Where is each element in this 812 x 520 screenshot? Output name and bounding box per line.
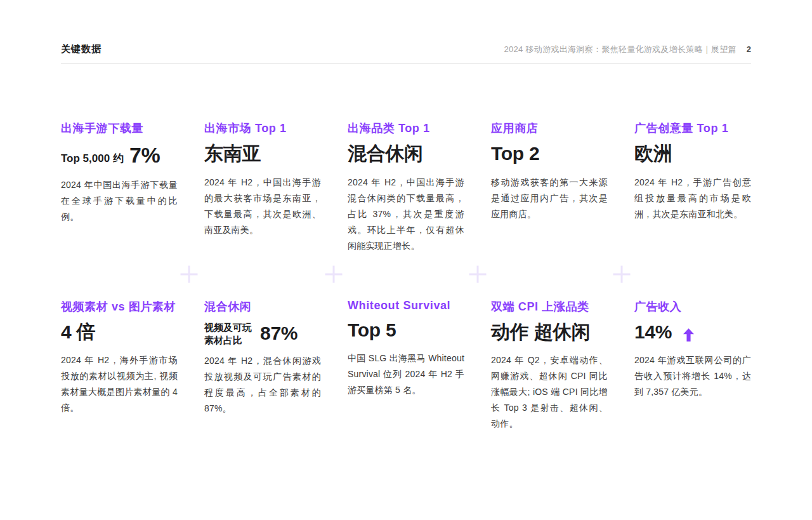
card-description: 2024 年 Q2，安卓端动作、网赚游戏、超休闲 CPI 同比涨幅最大; iOS… — [491, 352, 608, 432]
stat-card-whiteout-survival: Whiteout Survival Top 5 中国 SLG 出海黑马 Whit… — [348, 299, 464, 432]
card-label: 广告创意量 Top 1 — [634, 121, 751, 136]
stat-card-downloads: 出海手游下载量 Top 5,000 约 7% 2024 年中国出海手游下载量在全… — [61, 121, 178, 254]
card-value: 14% — [634, 321, 751, 343]
arrow-up-icon — [683, 328, 694, 342]
doc-title-wrap: 2024 移动游戏出海洞察：聚焦轻量化游戏及增长策略｜展望篇 2 — [504, 44, 752, 55]
card-value-number: 14% — [634, 321, 672, 343]
card-value-prefix-line1: 视频及可玩 — [204, 321, 252, 334]
card-value: 混合休闲 — [348, 143, 464, 165]
stats-row-1: 出海手游下载量 Top 5,000 约 7% 2024 年中国出海手游下载量在全… — [61, 121, 751, 254]
card-value: 视频及可玩 素材占比 87% — [204, 321, 321, 347]
card-label: 出海市场 Top 1 — [204, 121, 321, 136]
stat-card-video-vs-image: 视频素材 vs 图片素材 4 倍 2024 年 H2，海外手游市场投放的素材以视… — [61, 299, 178, 432]
card-label: 应用商店 — [491, 121, 608, 136]
card-label: 出海品类 Top 1 — [348, 121, 464, 136]
card-description: 2024 年 H2，手游广告创意组投放量最高的市场是欧洲，其次是东南亚和北美。 — [634, 175, 751, 222]
card-description: 2024 年 H2，海外手游市场投放的素材以视频为主, 视频素材量大概是图片素材… — [61, 352, 178, 416]
card-label: 双端 CPI 上涨品类 — [491, 299, 608, 314]
doc-title: 2024 移动游戏出海洞察：聚焦轻量化游戏及增长策略｜展望篇 — [504, 44, 737, 55]
card-value: 欧洲 — [634, 143, 751, 165]
card-label: 视频素材 vs 图片素材 — [61, 299, 178, 314]
stat-card-ad-creatives: 广告创意量 Top 1 欧洲 2024 年 H2，手游广告创意组投放量最高的市场… — [634, 121, 751, 254]
card-description: 2024 年游戏互联网公司的广告收入预计将增长 14%，达到 7,357 亿美元… — [634, 352, 751, 400]
card-value: Top 5 — [348, 319, 464, 342]
card-description: 中国 SLG 出海黑马 Whiteout Survival 位列 2024 年 … — [348, 350, 464, 398]
stat-card-cpi-rise: 双端 CPI 上涨品类 动作 超休闲 2024 年 Q2，安卓端动作、网赚游戏、… — [491, 299, 608, 432]
card-label: 出海手游下载量 — [61, 121, 178, 136]
card-description: 2024 年中国出海手游下载量在全球手游下载量中的比例。 — [61, 177, 178, 225]
card-value: Top 2 — [491, 143, 608, 165]
card-label: 混合休闲 — [204, 299, 321, 314]
card-value-number: 87% — [260, 323, 298, 345]
card-value-prefix: 视频及可玩 素材占比 — [204, 321, 252, 347]
card-value-prefix-line2: 素材占比 — [204, 334, 252, 347]
stats-grid: 出海手游下载量 Top 5,000 约 7% 2024 年中国出海手游下载量在全… — [61, 63, 751, 432]
page-number: 2 — [747, 44, 751, 54]
card-value-prefix: Top 5,000 约 — [61, 152, 124, 168]
stat-card-app-store: 应用商店 Top 2 移动游戏获客的第一大来源是通过应用内广告，其次是应用商店。 — [491, 121, 608, 254]
stat-card-hybrid-casual-creatives: 混合休闲 视频及可玩 素材占比 87% 2024 年 H2，混合休闲游戏投放视频… — [204, 299, 321, 432]
card-label: Whiteout Survival — [348, 299, 464, 312]
card-description: 2024 年 H2，中国出海手游的最大获客市场是东南亚，下载量最高，其次是欧洲、… — [204, 175, 321, 238]
section-title: 关键数据 — [61, 43, 102, 55]
card-description: 2024 年 H2，混合休闲游戏投放视频及可玩广告素材的程度最高，占全部素材的 … — [204, 353, 321, 417]
card-description: 2024 年 H2，中国出海手游混合休闲类的下载量最高，占比 37%，其次是重度… — [348, 175, 464, 254]
card-value: Top 5,000 约 7% — [61, 143, 178, 168]
card-value-number: 7% — [129, 143, 160, 168]
card-value: 东南亚 — [204, 143, 321, 165]
stat-card-top-genre: 出海品类 Top 1 混合休闲 2024 年 H2，中国出海手游混合休闲类的下载… — [348, 121, 464, 254]
stat-card-top-market: 出海市场 Top 1 东南亚 2024 年 H2，中国出海手游的最大获客市场是东… — [204, 121, 321, 254]
card-value: 动作 超休闲 — [491, 321, 608, 343]
card-description: 移动游戏获客的第一大来源是通过应用内广告，其次是应用商店。 — [491, 175, 608, 222]
card-value: 4 倍 — [61, 321, 178, 343]
card-label: 广告收入 — [634, 299, 751, 314]
stats-row-2: 视频素材 vs 图片素材 4 倍 2024 年 H2，海外手游市场投放的素材以视… — [61, 299, 751, 432]
report-page: 关键数据 2024 移动游戏出海洞察：聚焦轻量化游戏及增长策略｜展望篇 2 出海… — [0, 0, 812, 520]
page-header: 关键数据 2024 移动游戏出海洞察：聚焦轻量化游戏及增长策略｜展望篇 2 — [61, 0, 751, 63]
stat-card-ad-revenue: 广告收入 14% 2024 年游戏互联网公司的广告收入预计将增长 14%，达到 … — [634, 299, 751, 432]
